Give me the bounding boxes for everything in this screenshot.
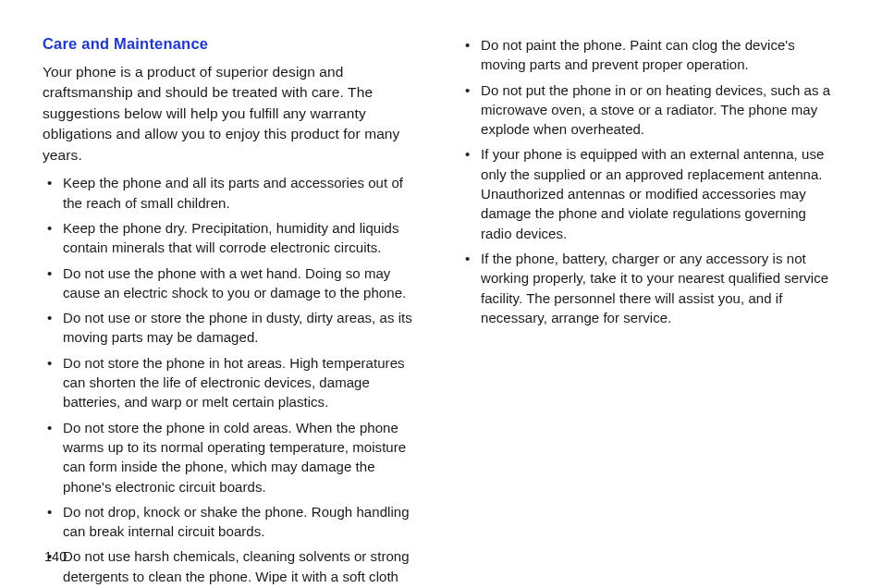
content-columns: Care and Maintenance Your phone is a pro… [43,35,839,588]
list-item: Do not put the phone in or on heating de… [460,80,839,140]
list-item: Do not store the phone in hot areas. Hig… [43,353,422,412]
column-left: Care and Maintenance Your phone is a pro… [43,35,422,588]
list-item: If your phone is equipped with an extern… [460,144,839,242]
page-number: 140 [44,549,67,564]
list-item: Do not store the phone in cold areas. Wh… [43,418,422,496]
list-item: Keep the phone and all its parts and acc… [43,173,422,213]
section-heading: Care and Maintenance [43,35,422,53]
list-item: Do not use harsh chemicals, cleaning sol… [43,546,422,588]
list-item: Keep the phone dry. Precipitation, humid… [43,218,422,258]
list-item: Do not paint the phone. Paint can clog t… [460,35,839,75]
intro-paragraph: Your phone is a product of superior desi… [43,62,422,165]
list-item: Do not use or store the phone in dusty, … [43,308,422,348]
bullet-list-right: Do not paint the phone. Paint can clog t… [460,35,839,327]
bullet-list-left: Keep the phone and all its parts and acc… [43,173,422,588]
list-item: Do not drop, knock or shake the phone. R… [43,502,422,542]
list-item: Do not use the phone with a wet hand. Do… [43,263,422,303]
column-right: Do not paint the phone. Paint can clog t… [460,35,839,588]
list-item: If the phone, battery, charger or any ac… [460,249,839,327]
